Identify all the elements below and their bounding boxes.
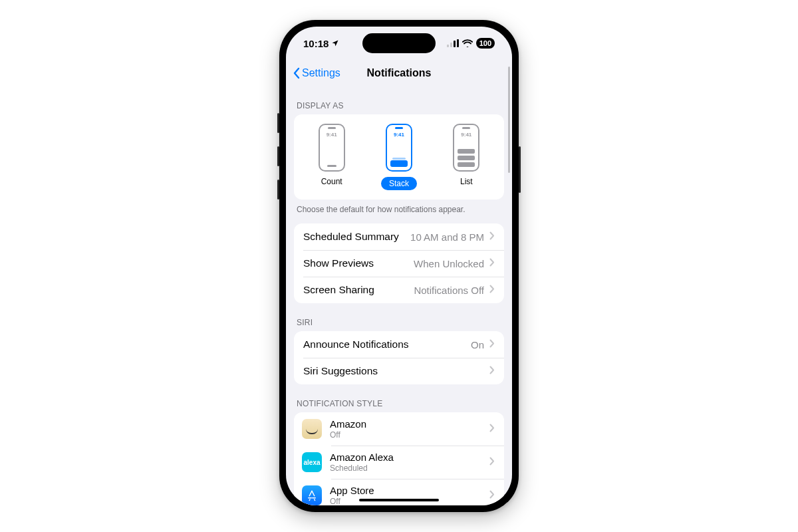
display-option-list[interactable]: 9:41 List — [436, 124, 496, 190]
app-name: App Store — [330, 485, 489, 497]
app-sub: Off — [330, 430, 489, 440]
display-option-label: List — [460, 177, 473, 186]
svg-rect-0 — [447, 45, 449, 47]
chevron-right-icon — [489, 257, 495, 269]
wifi-icon — [462, 39, 473, 47]
cellular-icon — [447, 39, 459, 47]
chevron-right-icon — [489, 365, 495, 377]
app-icon-appstore — [302, 485, 322, 505]
row-screen-sharing[interactable]: Screen Sharing Notifications Off — [294, 277, 504, 303]
display-option-label: Stack — [381, 177, 417, 190]
chevron-right-icon — [489, 489, 495, 501]
dynamic-island — [362, 33, 436, 53]
nav-bar: Settings Notifications — [286, 60, 512, 86]
app-name: Amazon Alexa — [330, 452, 489, 464]
back-button[interactable]: Settings — [293, 60, 340, 86]
app-row-app-store[interactable]: App Store Off — [294, 479, 504, 505]
chevron-left-icon — [293, 67, 301, 79]
row-scheduled-summary[interactable]: Scheduled Summary 10 AM and 8 PM — [294, 223, 504, 250]
location-icon — [331, 39, 339, 47]
row-label: Show Previews — [303, 257, 414, 269]
chevron-right-icon — [489, 456, 495, 468]
battery-indicator: 100 — [476, 38, 495, 49]
chevron-right-icon — [489, 338, 495, 350]
row-value: 10 AM and 8 PM — [410, 231, 484, 243]
section-header-display-as: DISPLAY AS — [286, 86, 512, 114]
preview-stack-icon: 9:41 — [386, 124, 412, 172]
preview-count-icon: 9:41 — [319, 124, 345, 172]
display-option-stack[interactable]: 9:41 Stack — [369, 124, 429, 190]
app-row-amazon-alexa[interactable]: alexa Amazon Alexa Scheduled — [294, 446, 504, 479]
app-sub: Scheduled — [330, 464, 489, 473]
row-label: Screen Sharing — [303, 284, 414, 296]
preview-list-icon: 9:41 — [453, 124, 479, 172]
row-siri-suggestions[interactable]: Siri Suggestions — [294, 358, 504, 384]
section-header-siri: SIRI — [286, 303, 512, 331]
display-option-count[interactable]: 9:41 Count — [302, 124, 362, 190]
row-label: Siri Suggestions — [303, 365, 484, 377]
svg-rect-1 — [450, 43, 452, 47]
app-icon-alexa: alexa — [302, 452, 322, 472]
app-row-amazon[interactable]: Amazon Off — [294, 412, 504, 446]
screen: 10:18 — [286, 27, 512, 505]
phone-frame: 10:18 — [279, 20, 519, 512]
content: Settings Notifications DISPLAY AS 9:41 C… — [286, 60, 512, 505]
row-label: Scheduled Summary — [303, 231, 410, 243]
row-value: When Unlocked — [414, 258, 484, 269]
row-value: Notifications Off — [414, 285, 484, 296]
style-card: Amazon Off alexa Amazon Alexa Scheduled — [294, 412, 504, 505]
row-announce-notifications[interactable]: Announce Notifications On — [294, 331, 504, 358]
svg-rect-2 — [454, 41, 456, 47]
section-header-style: NOTIFICATION STYLE — [286, 384, 512, 412]
back-label: Settings — [302, 67, 340, 79]
display-option-label: Count — [321, 177, 342, 186]
page-title: Notifications — [367, 67, 432, 79]
app-name: Amazon — [330, 418, 489, 430]
section-footer-display-as: Choose the default for how notifications… — [286, 200, 512, 214]
general-card: Scheduled Summary 10 AM and 8 PM Show Pr… — [294, 223, 504, 303]
display-as-card: 9:41 Count 9:41 Stack — [294, 114, 504, 200]
row-show-previews[interactable]: Show Previews When Unlocked — [294, 250, 504, 277]
row-label: Announce Notifications — [303, 338, 471, 350]
app-icon-amazon — [302, 419, 322, 439]
chevron-right-icon — [489, 231, 495, 243]
svg-rect-3 — [457, 39, 459, 47]
home-indicator[interactable] — [359, 499, 439, 501]
status-time: 10:18 — [303, 38, 329, 49]
siri-card: Announce Notifications On Siri Suggestio… — [294, 331, 504, 384]
row-value: On — [471, 339, 484, 350]
chevron-right-icon — [489, 423, 495, 435]
chevron-right-icon — [489, 284, 495, 296]
